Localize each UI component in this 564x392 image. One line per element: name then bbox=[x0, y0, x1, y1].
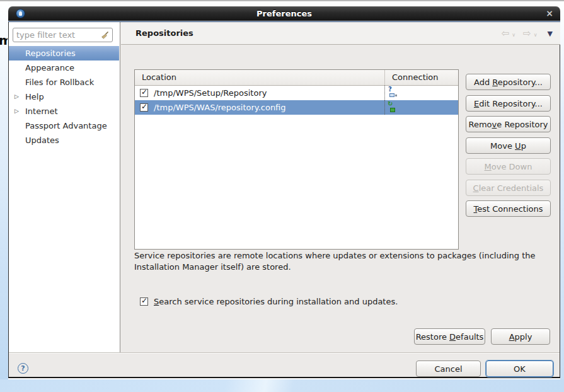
move-up-button[interactable]: Move Up bbox=[466, 137, 551, 154]
clear-filter-icon[interactable] bbox=[100, 31, 109, 40]
clear-credentials-button[interactable]: Clear Credentials bbox=[466, 180, 551, 196]
forward-chevron-icon[interactable]: ∨ bbox=[534, 32, 538, 38]
sidebar-item-help[interactable]: ▷ Help bbox=[9, 89, 119, 104]
test-connections-button[interactable]: Test Connections bbox=[466, 200, 551, 217]
filter-box bbox=[13, 28, 113, 42]
expand-triangle-icon[interactable]: ▷ bbox=[14, 104, 19, 118]
table-row-selected[interactable]: ✓ /tmp/WPS/WAS/repository.config ↻ bbox=[135, 100, 458, 115]
repositories-page: Repositories ⇦ ∨ ⇨ ∨ ▼ Repositories: Loc… bbox=[121, 22, 560, 352]
move-down-button[interactable]: Move Down bbox=[466, 158, 551, 175]
search-service-label: Search service repositories during insta… bbox=[154, 297, 398, 306]
titlebar[interactable]: Preferences × bbox=[8, 6, 560, 21]
connection-connected-icon: ↻ bbox=[388, 103, 398, 113]
repository-checkbox[interactable]: ✓ bbox=[140, 103, 148, 112]
sidebar-item-label: Internet bbox=[25, 107, 58, 116]
preferences-sidebar: Repositories Appearance Files for Rollba… bbox=[9, 22, 120, 352]
desktop-left-strip bbox=[0, 1, 8, 392]
sidebar-item-label: Help bbox=[25, 92, 44, 101]
background-window-fragment: m bbox=[0, 33, 8, 48]
desktop-bottom-strip bbox=[0, 379, 564, 392]
filter-input[interactable] bbox=[16, 30, 100, 40]
service-repositories-note: Service repositories are remote location… bbox=[134, 250, 550, 273]
preferences-dialog: Preferences × Repositories bbox=[8, 6, 560, 379]
repository-location: /tmp/WPS/WAS/repository.config bbox=[154, 103, 286, 112]
sidebar-item-label: Updates bbox=[25, 135, 59, 145]
sidebar-item-label: Files for Rollback bbox=[25, 78, 94, 87]
restore-defaults-button[interactable]: Restore Defaults bbox=[414, 328, 485, 345]
page-title: Repositories bbox=[135, 22, 193, 44]
sidebar-item-appearance[interactable]: Appearance bbox=[9, 61, 119, 75]
sidebar-item-label: Repositories bbox=[25, 49, 76, 58]
sidebar-item-internet[interactable]: ▷ Internet bbox=[9, 104, 119, 118]
header-nav: ⇦ ∨ ⇨ ∨ ▼ bbox=[502, 22, 553, 45]
window-title: Preferences bbox=[8, 6, 560, 21]
search-service-checkbox[interactable]: ✓ bbox=[140, 297, 148, 306]
page-header: Repositories ⇦ ∨ ⇨ ∨ ▼ bbox=[121, 22, 560, 45]
check-icon: ✓ bbox=[141, 296, 147, 305]
close-icon[interactable]: × bbox=[546, 6, 553, 21]
forward-arrow-icon[interactable]: ⇨ bbox=[523, 28, 531, 39]
sidebar-item-files-for-rollback[interactable]: Files for Rollback bbox=[9, 75, 119, 89]
column-header-location[interactable]: Location bbox=[135, 70, 384, 85]
remove-repository-button[interactable]: Remove Repository bbox=[466, 116, 551, 132]
cancel-button[interactable]: Cancel bbox=[416, 360, 481, 377]
connection-unknown-icon: ? bbox=[388, 88, 398, 98]
table-row[interactable]: ✓ /tmp/WPS/Setup/Repository ? bbox=[135, 86, 458, 100]
back-arrow-icon[interactable]: ⇦ bbox=[502, 28, 510, 39]
sidebar-nav: Repositories Appearance Files for Rollba… bbox=[9, 46, 119, 147]
help-icon[interactable]: ? bbox=[18, 363, 28, 374]
column-header-connection[interactable]: Connection bbox=[384, 70, 458, 85]
sidebar-item-label: Passport Advantage bbox=[25, 121, 107, 130]
desktop: m Preferences × bbox=[0, 0, 564, 392]
search-service-row[interactable]: ✓ Search service repositories during ins… bbox=[140, 297, 398, 306]
table-header: Location Connection bbox=[135, 70, 458, 86]
sidebar-item-updates[interactable]: Updates bbox=[9, 133, 119, 147]
sidebar-item-passport-advantage[interactable]: Passport Advantage bbox=[9, 118, 119, 133]
expand-triangle-icon[interactable]: ▷ bbox=[14, 89, 19, 104]
apply-button[interactable]: Apply bbox=[491, 328, 550, 345]
view-menu-icon[interactable]: ▼ bbox=[548, 30, 553, 38]
back-chevron-icon[interactable]: ∨ bbox=[512, 32, 515, 38]
repository-checkbox[interactable]: ✓ bbox=[140, 89, 148, 97]
sidebar-item-repositories[interactable]: Repositories bbox=[9, 46, 119, 61]
add-repository-button[interactable]: Add Repository... bbox=[466, 74, 551, 90]
desktop-right-strip bbox=[560, 1, 564, 392]
check-icon: ✓ bbox=[141, 102, 147, 111]
edit-repository-button[interactable]: Edit Repository... bbox=[466, 95, 551, 112]
check-icon: ✓ bbox=[141, 88, 147, 96]
repository-location: /tmp/WPS/Setup/Repository bbox=[154, 88, 267, 98]
sidebar-item-label: Appearance bbox=[25, 63, 74, 72]
repositories-table[interactable]: Location Connection ✓ /tmp/WPS/Setup/Rep… bbox=[134, 69, 459, 250]
dialog-footer: ? Cancel OK bbox=[9, 352, 560, 378]
dialog-body: Repositories Appearance Files for Rollba… bbox=[8, 22, 560, 378]
ok-button[interactable]: OK bbox=[486, 360, 553, 377]
